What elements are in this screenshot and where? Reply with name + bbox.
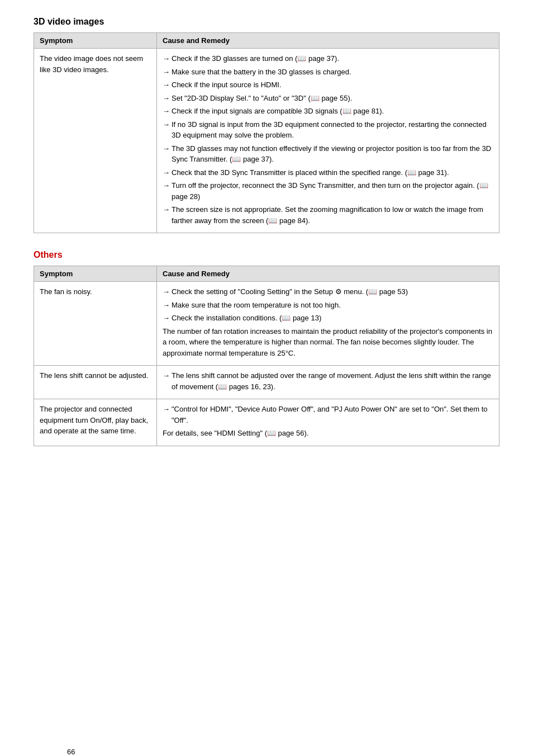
arrow-icon: →: [163, 286, 170, 297]
arrow-icon: →: [163, 313, 170, 324]
section2-remedy-header: Cause and Remedy: [157, 266, 499, 282]
remedy-line: → Check if the input signals are compati…: [163, 106, 493, 117]
page-number: 66: [67, 748, 75, 756]
section2-title: Others: [34, 250, 499, 260]
arrow-icon: →: [163, 180, 170, 202]
remedy-line: → The screen size is not appropriate. Se…: [163, 204, 493, 226]
remedy-line: → If no 3D signal is input from the 3D e…: [163, 119, 493, 141]
remedy-cell: → "Control for HDMI", "Device Auto Power…: [157, 399, 499, 446]
symptom-cell: The lens shift cannot be adjusted.: [34, 366, 157, 399]
arrow-icon: →: [163, 204, 170, 226]
section1-symptom-header: Symptom: [34, 33, 157, 49]
arrow-icon: →: [163, 370, 170, 392]
symptom-cell: The projector and connected equipment tu…: [34, 399, 157, 446]
section2-symptom-header: Symptom: [34, 266, 157, 282]
remedy-line: → Set "2D-3D Display Sel." to "Auto" or …: [163, 93, 493, 104]
remedy-cell: → The lens shift cannot be adjusted over…: [157, 366, 499, 399]
arrow-icon: →: [163, 93, 170, 104]
arrow-icon: →: [163, 404, 170, 426]
arrow-icon: →: [163, 67, 170, 78]
remedy-line: → Make sure that the room temperature is…: [163, 300, 493, 311]
table-row: The video image does not seem like 3D vi…: [34, 49, 499, 233]
remedy-line: → Check if the input source is HDMI.: [163, 79, 493, 91]
remedy-line: → Turn off the projector, reconnect the …: [163, 180, 493, 202]
remedy-line: → "Control for HDMI", "Device Auto Power…: [163, 404, 493, 426]
section2-table: Symptom Cause and Remedy The fan is nois…: [34, 266, 499, 446]
remedy-line: → Check the setting of "Cooling Setting"…: [163, 286, 493, 297]
remedy-line: → Make sure that the battery in the 3D g…: [163, 67, 493, 78]
arrow-icon: →: [163, 119, 170, 141]
section1-remedy-header: Cause and Remedy: [157, 33, 499, 49]
table-row: The lens shift cannot be adjusted. → The…: [34, 366, 499, 399]
arrow-icon: →: [163, 167, 170, 178]
symptom-cell: The video image does not seem like 3D vi…: [34, 49, 157, 233]
remedy-line: → Check that the 3D Sync Transmitter is …: [163, 167, 493, 178]
remedy-plain: For details, see "HDMI Setting" (📖 page …: [163, 428, 493, 439]
remedy-line: → Check if the 3D glasses are turned on …: [163, 53, 493, 64]
remedy-cell: → Check if the 3D glasses are turned on …: [157, 49, 499, 233]
remedy-plain: The number of fan rotation increases to …: [163, 326, 493, 359]
arrow-icon: →: [163, 300, 170, 311]
table-row: The fan is noisy. → Check the setting of…: [34, 282, 499, 366]
remedy-line: → Check the installation conditions. (📖 …: [163, 313, 493, 324]
remedy-line: → The lens shift cannot be adjusted over…: [163, 370, 493, 392]
section1-title: 3D video images: [34, 17, 499, 27]
arrow-icon: →: [163, 79, 170, 91]
arrow-icon: →: [163, 143, 170, 165]
section1-table: Symptom Cause and Remedy The video image…: [34, 32, 499, 233]
symptom-cell: The fan is noisy.: [34, 282, 157, 366]
remedy-cell: → Check the setting of "Cooling Setting"…: [157, 282, 499, 366]
table-row: The projector and connected equipment tu…: [34, 399, 499, 446]
arrow-icon: →: [163, 106, 170, 117]
remedy-line: → The 3D glasses may not function effect…: [163, 143, 493, 165]
arrow-icon: →: [163, 53, 170, 64]
